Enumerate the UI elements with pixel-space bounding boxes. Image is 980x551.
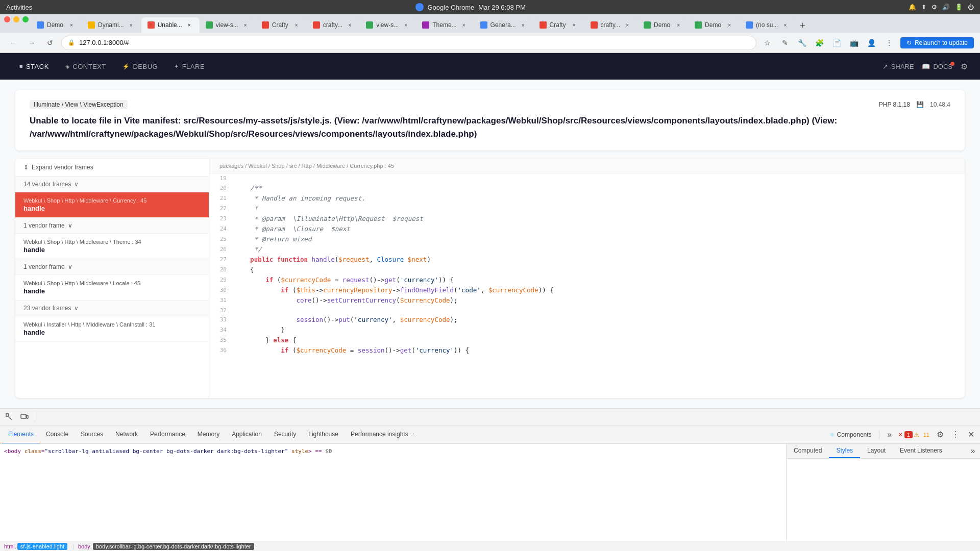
ignition-settings-icon[interactable]: ⚙ xyxy=(961,62,968,71)
tab-computed[interactable]: Computed xyxy=(787,444,829,458)
active-frame-item[interactable]: Webkul \ Shop \ Http \ Middleware \ Curr… xyxy=(15,192,209,218)
tab-close-icon[interactable]: × xyxy=(674,21,682,29)
perf-insights-label: Performance insights xyxy=(351,431,408,438)
chevron-more-btn[interactable]: » xyxy=(883,428,897,442)
tab-demo1[interactable]: Demo × xyxy=(31,17,82,33)
tab-security[interactable]: Security xyxy=(268,425,302,444)
devtools-more-btn[interactable]: ⋮ xyxy=(948,428,963,442)
notification-icon[interactable]: 🔔 xyxy=(909,4,916,11)
tab-general[interactable]: Genera... × xyxy=(474,17,533,33)
sound-icon[interactable]: 🔊 xyxy=(942,4,950,11)
relaunch-button[interactable]: ↻ Relaunch to update xyxy=(900,37,974,48)
debug-icon: ⚡ xyxy=(122,63,130,70)
extension-icon[interactable]: 🧩 xyxy=(813,36,827,50)
tab-close-icon[interactable]: × xyxy=(570,21,578,29)
frame-item-locale[interactable]: Webkul \ Shop \ Http \ Middleware \ Loca… xyxy=(15,275,209,300)
docs-button[interactable]: 📖 DOCS xyxy=(922,63,952,70)
share-button[interactable]: ↗ SHARE xyxy=(883,63,914,70)
profile-icon[interactable]: 👤 xyxy=(865,36,879,50)
tab-close-icon[interactable]: × xyxy=(241,21,250,29)
code-line-33: 33 session()->put('currency', $currencyC… xyxy=(209,315,965,325)
tab-network[interactable]: Network xyxy=(109,425,144,444)
device-emulation-btn[interactable] xyxy=(17,410,32,424)
tab-event-listeners[interactable]: Event Listeners xyxy=(893,444,949,458)
tab-demo3[interactable]: Demo × xyxy=(689,17,740,33)
vendor-count-2[interactable]: 23 vendor frames ∨ xyxy=(15,300,209,316)
reload-btn[interactable]: ↺ xyxy=(43,36,57,50)
power-icon[interactable]: ⏻ xyxy=(968,4,974,11)
tab-nosu[interactable]: (no su... × xyxy=(740,17,795,33)
tab-console[interactable]: Console xyxy=(40,425,75,444)
devtools-settings-btn[interactable]: ⚙ xyxy=(933,428,947,442)
devtools-close-btn[interactable]: ✕ xyxy=(964,428,978,442)
status-dot: . xyxy=(15,543,16,549)
tab-sources[interactable]: Sources xyxy=(75,425,109,444)
right-panel-more-btn[interactable]: » xyxy=(966,444,980,458)
nav-item-debug[interactable]: ⚡ DEBUG xyxy=(115,60,165,73)
tab-demo2[interactable]: Demo × xyxy=(638,17,689,33)
tab-label: Theme... xyxy=(432,21,456,29)
bookmark-star-icon[interactable]: ☆ xyxy=(761,36,775,50)
tab-close-icon[interactable]: × xyxy=(623,21,631,29)
vendor-count-1[interactable]: 14 vendor frames ∨ xyxy=(15,177,209,192)
close-window-btn[interactable] xyxy=(4,16,10,22)
tab-application[interactable]: Application xyxy=(226,425,268,444)
tab-memory[interactable]: Memory xyxy=(191,425,226,444)
tab-styles[interactable]: Styles xyxy=(829,444,860,458)
settings-icon[interactable]: ⚙ xyxy=(932,4,937,11)
activities-label[interactable]: Activities xyxy=(6,4,32,11)
tab-performance-insights[interactable]: Performance insights ⋯ xyxy=(345,425,421,444)
tab-views1[interactable]: view-s... × xyxy=(200,17,256,33)
tab-unable[interactable]: Unable... × xyxy=(141,17,200,33)
tab-dynamic[interactable]: Dynami... × xyxy=(82,17,141,33)
devtools-ext-icon[interactable]: 🔧 xyxy=(795,36,810,50)
tab-close-icon[interactable]: × xyxy=(725,21,733,29)
tab-close-icon[interactable]: × xyxy=(292,21,301,29)
vendor-frame-2[interactable]: 1 vendor frame ∨ xyxy=(15,259,209,275)
maximize-window-btn[interactable] xyxy=(22,16,29,22)
expand-vendor-btn[interactable]: ⇕ Expand vendor frames xyxy=(15,159,209,177)
elements-label: Elements xyxy=(8,431,34,438)
update-icon[interactable]: ⬆ xyxy=(921,4,926,11)
tab-crafty2[interactable]: crafty... × xyxy=(307,17,360,33)
tab-theme[interactable]: Theme... × xyxy=(416,17,474,33)
pdf-icon[interactable]: 📄 xyxy=(830,36,844,50)
forward-btn[interactable]: → xyxy=(24,36,39,50)
cast-icon[interactable]: 📺 xyxy=(847,36,862,50)
vendor-frame-1[interactable]: 1 vendor frame ∨ xyxy=(15,218,209,234)
back-btn[interactable]: ← xyxy=(6,36,20,50)
application-label: Application xyxy=(232,431,262,438)
tab-views2[interactable]: view-s... × xyxy=(360,17,416,33)
tab-crafty4[interactable]: crafty... × xyxy=(584,17,638,33)
frame-item-theme[interactable]: Webkul \ Shop \ Http \ Middleware \ Them… xyxy=(15,234,209,259)
new-tab-btn[interactable]: + xyxy=(795,18,810,33)
tab-crafty3[interactable]: Crafty × xyxy=(533,17,584,33)
edit-icon[interactable]: ✎ xyxy=(778,36,792,50)
tab-close-icon[interactable]: × xyxy=(346,21,354,29)
minimize-window-btn[interactable] xyxy=(13,16,19,22)
tab-crafty1[interactable]: Crafty × xyxy=(256,17,307,33)
components-panel-btn[interactable]: ⚛ Components xyxy=(825,431,876,438)
tab-close-icon[interactable]: × xyxy=(460,21,468,29)
tab-close-icon[interactable]: × xyxy=(402,21,410,29)
menu-icon[interactable]: ⋮ xyxy=(882,36,896,50)
url-text: 127.0.0.1:8000/# xyxy=(79,39,750,46)
tab-close-icon[interactable]: × xyxy=(519,21,527,29)
tab-lighthouse[interactable]: Lighthouse xyxy=(302,425,345,444)
code-line-25: 25 * @return mixed xyxy=(209,234,965,244)
nav-item-flare[interactable]: ✦ FLARE xyxy=(167,60,212,73)
inspect-element-btn[interactable] xyxy=(2,410,16,424)
tab-performance[interactable]: Performance xyxy=(144,425,191,444)
tab-close-icon[interactable]: × xyxy=(127,21,135,29)
nav-item-stack[interactable]: ≡ STACK xyxy=(12,60,56,73)
tab-elements[interactable]: Elements xyxy=(2,425,40,444)
url-bar[interactable]: 🔒 127.0.0.1:8000/# xyxy=(61,36,756,50)
tab-close-icon[interactable]: × xyxy=(185,21,193,29)
battery-icon[interactable]: 🔋 xyxy=(955,4,963,11)
nav-item-context[interactable]: ◈ CONTEXT xyxy=(58,60,113,73)
active-frame-path: Webkul \ Shop \ Http \ Middleware \ Curr… xyxy=(23,197,201,204)
tab-close-icon[interactable]: × xyxy=(67,21,76,29)
frame-item-caninstall[interactable]: Webkul \ Installer \ Http \ Middleware \… xyxy=(15,316,209,342)
tab-layout[interactable]: Layout xyxy=(860,444,893,458)
tab-close-icon[interactable]: × xyxy=(781,21,789,29)
